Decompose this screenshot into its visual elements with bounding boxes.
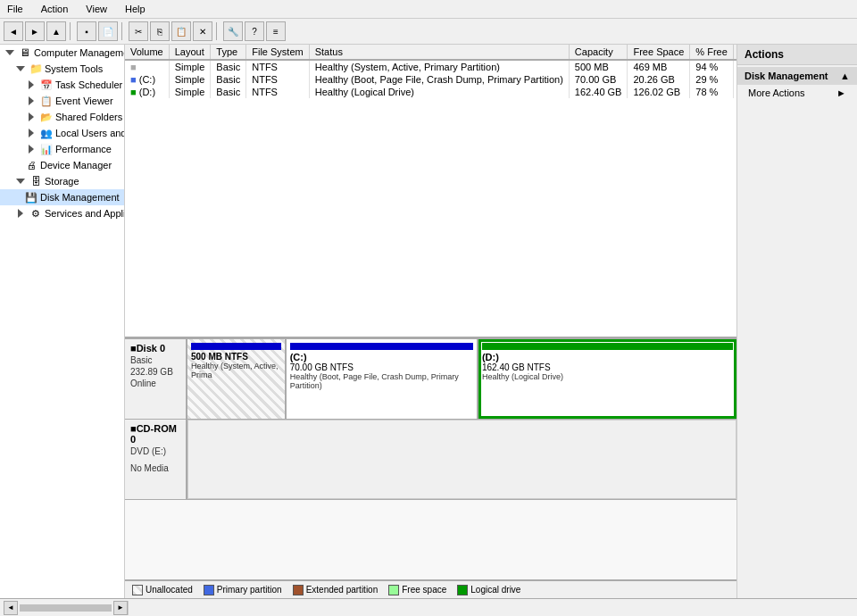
- col-pctfree[interactable]: % Free: [690, 45, 733, 60]
- folder-icon: 📁: [29, 62, 42, 75]
- show-hide-button[interactable]: ▪: [77, 21, 96, 41]
- storage-icon: 🗄: [29, 175, 42, 187]
- disk0-partitions: 500 MB NTFS Healthy (System, Active, Pri…: [187, 339, 736, 419]
- actions-panel: Actions Disk Management ▲ More Actions ►: [736, 45, 857, 598]
- status-bar-left: ◄ ►: [4, 601, 129, 615]
- cdrom-type: DVD (E:): [130, 446, 180, 456]
- menu-action[interactable]: Action: [37, 2, 72, 16]
- cell-status-2: Healthy (Logical Drive): [309, 86, 569, 98]
- action-section-title: Disk Management: [745, 71, 828, 81]
- new-button[interactable]: 📄: [98, 21, 118, 41]
- partition-d-size: 162.40 GB NTFS: [482, 362, 733, 372]
- col-fault[interactable]: Fault Tolerance: [733, 45, 736, 60]
- cdrom-partitions: [187, 420, 736, 499]
- disk0-size: 232.89 GB: [130, 367, 180, 377]
- cell-pct-2: 78 %: [690, 86, 733, 98]
- cell-capacity-0: 500 MB: [569, 60, 628, 73]
- menu-help[interactable]: Help: [121, 2, 149, 16]
- partition-d[interactable]: (D:) 162.40 GB NTFS Healthy (Logical Dri…: [478, 339, 736, 419]
- cell-volume-2: ■ (D:): [125, 86, 169, 98]
- tri-right-icon: [25, 79, 37, 91]
- sidebar-item-device-manager[interactable]: 🖨 Device Manager: [0, 157, 124, 173]
- tri-right-icon-4: [25, 127, 37, 139]
- table-row[interactable]: ■ (D:) Simple Basic NTFS Healthy (Logica…: [125, 86, 736, 98]
- extra-button[interactable]: ≡: [266, 21, 286, 41]
- sidebar-item-shared-folders[interactable]: 📂 Shared Folders: [0, 109, 124, 125]
- event-viewer-icon: 📋: [40, 95, 53, 107]
- action-label-more-actions: More Actions: [748, 87, 805, 98]
- cell-type-2: Basic: [211, 86, 246, 98]
- sidebar-item-label: Computer Management (Local: [34, 47, 125, 58]
- sidebar-item-system-tools[interactable]: 📁 System Tools: [0, 61, 124, 77]
- partition-unalloc[interactable]: 500 MB NTFS Healthy (System, Active, Pri…: [187, 339, 287, 419]
- disk-table: Volume Layout Type File System Status Ca…: [125, 45, 736, 98]
- table-row[interactable]: ■ (C:) Simple Basic NTFS Healthy (Boot, …: [125, 73, 736, 86]
- partition-bar: [191, 343, 281, 350]
- sidebar-label-device-manager: Device Manager: [40, 160, 112, 171]
- scrollbar-track[interactable]: [20, 604, 112, 612]
- action-section-header-disk[interactable]: Disk Management ▲: [737, 67, 857, 85]
- delete-button[interactable]: ✕: [193, 21, 212, 41]
- col-type[interactable]: Type: [211, 45, 246, 60]
- menu-file[interactable]: File: [4, 2, 27, 16]
- cell-type-0: Basic: [211, 60, 246, 73]
- sidebar-item-disk-management[interactable]: 💾 Disk Management: [0, 189, 124, 205]
- forward-button[interactable]: ►: [25, 21, 45, 41]
- content-area: Volume Layout Type File System Status Ca…: [125, 45, 736, 598]
- status-bar: ◄ ►: [0, 598, 857, 616]
- cdrom-row: ■CD-ROM 0 DVD (E:) No Media: [125, 420, 736, 500]
- sidebar-item-storage[interactable]: 🗄 Storage: [0, 173, 124, 189]
- cdrom-name: ■CD-ROM 0: [130, 423, 180, 445]
- help-button[interactable]: ?: [245, 21, 264, 41]
- shared-folders-icon: 📂: [40, 111, 53, 123]
- table-row[interactable]: ■ Simple Basic NTFS Healthy (System, Act…: [125, 60, 736, 73]
- properties-button[interactable]: 🔧: [223, 21, 243, 41]
- col-filesystem[interactable]: File System: [246, 45, 309, 60]
- disk0-type: Basic: [130, 355, 180, 365]
- actions-header: Actions: [737, 45, 857, 65]
- legend-label-unallocated: Unallocated: [146, 585, 193, 595]
- sidebar-item-local-users[interactable]: 👥 Local Users and Groups: [0, 125, 124, 141]
- sidebar-label-event-viewer: Event Viewer: [55, 96, 113, 106]
- col-volume[interactable]: Volume: [125, 45, 169, 60]
- legend-logical: Logical drive: [457, 585, 520, 595]
- action-section-disk-mgmt: Disk Management ▲ More Actions ►: [737, 65, 857, 103]
- cell-pct-1: 29 %: [690, 73, 733, 86]
- device-manager-icon: 🖨: [25, 159, 37, 171]
- cut-button[interactable]: ✂: [129, 21, 148, 41]
- cell-fs-2: NTFS: [246, 86, 309, 98]
- paste-button[interactable]: 📋: [171, 21, 191, 41]
- scroll-right-button[interactable]: ►: [113, 601, 128, 615]
- sidebar-item-task-scheduler[interactable]: 📅 Task Scheduler: [0, 77, 124, 93]
- menu-bar: File Action View Help: [0, 0, 857, 19]
- menu-view[interactable]: View: [82, 2, 111, 16]
- copy-button[interactable]: ⎘: [150, 21, 170, 41]
- arrow-icon: ►: [836, 87, 846, 98]
- legend-freespace: Free space: [388, 585, 446, 595]
- action-item-more-actions[interactable]: More Actions ►: [737, 85, 857, 101]
- tri-right-icon-6: [14, 207, 27, 220]
- scroll-left-button[interactable]: ◄: [4, 601, 18, 615]
- col-capacity[interactable]: Capacity: [569, 45, 628, 60]
- sidebar-item-performance[interactable]: 📊 Performance: [0, 141, 124, 157]
- cell-status-0: Healthy (System, Active, Primary Partiti…: [309, 60, 569, 73]
- cell-fs-1: NTFS: [246, 73, 309, 86]
- partition-status-label: Healthy (System, Active, Prima: [191, 362, 281, 379]
- sidebar-item-services[interactable]: ⚙ Services and Applications: [0, 205, 124, 221]
- legend-bar: Unallocated Primary partition Extended p…: [125, 580, 736, 598]
- col-layout[interactable]: Layout: [169, 45, 211, 60]
- back-button[interactable]: ◄: [4, 21, 23, 41]
- col-freespace[interactable]: Free Space: [628, 45, 690, 60]
- computer-icon: 🖥: [19, 46, 31, 59]
- col-status[interactable]: Status: [309, 45, 569, 60]
- cell-layout-0: Simple: [169, 60, 211, 73]
- partition-c[interactable]: (C:) 70.00 GB NTFS Healthy (Boot, Page F…: [287, 339, 478, 419]
- tri-down-icon-2: [14, 62, 27, 75]
- sidebar-label-storage: Storage: [45, 176, 79, 187]
- legend-extended: Extended partition: [293, 585, 379, 595]
- disk-mgmt-icon: 💾: [25, 191, 37, 204]
- sidebar-item-event-viewer[interactable]: 📋 Event Viewer: [0, 93, 124, 109]
- collapse-icon: ▲: [840, 71, 850, 81]
- sidebar-item-computer-management[interactable]: 🖥 Computer Management (Local: [0, 45, 124, 61]
- up-button[interactable]: ▲: [46, 21, 66, 41]
